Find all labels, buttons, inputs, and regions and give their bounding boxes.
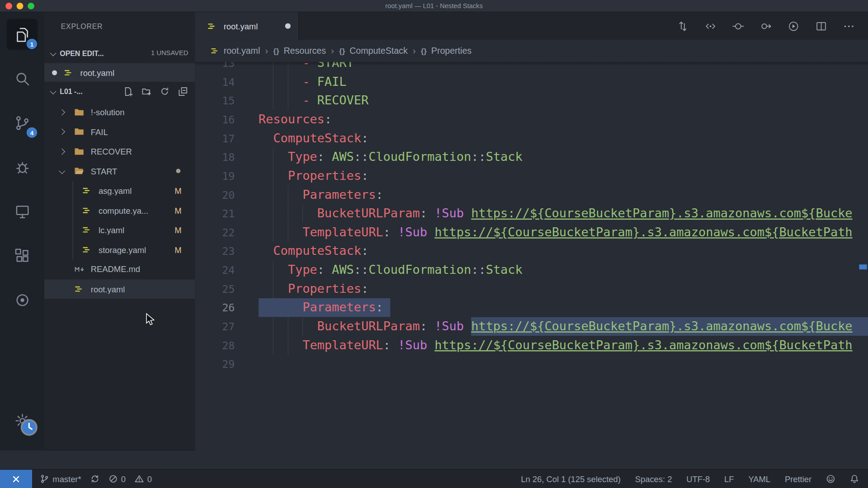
line-number[interactable]: 22 [195, 223, 259, 242]
tab-modified-dot[interactable] [285, 23, 291, 28]
code-line-26[interactable]: 26 Parameters: [195, 298, 868, 317]
code-line-16[interactable]: 16Resources: [195, 110, 868, 129]
line-number[interactable]: 18 [195, 148, 259, 167]
code-line-25[interactable]: 25 Properties: [195, 279, 868, 298]
activity-remote-explorer[interactable] [0, 189, 44, 234]
branch-status[interactable]: master* [40, 474, 81, 483]
folder-item--solution[interactable]: !-solution [44, 103, 195, 122]
code-line-18[interactable]: 18 Type: AWS::CloudFormation::Stack [195, 148, 868, 167]
new-file-button[interactable] [123, 86, 133, 97]
language-status[interactable]: YAML [748, 474, 770, 483]
code-line-23[interactable]: 23 ComputeStack: [195, 242, 868, 261]
cursor-position-status[interactable]: Ln 26, Col 1 (125 selected) [521, 474, 621, 483]
circle-arrow-button[interactable] [756, 17, 775, 36]
line-number[interactable]: 14 [195, 72, 259, 91]
bell-icon [850, 474, 859, 483]
line-number[interactable]: 21 [195, 204, 259, 223]
code-editor[interactable]: 13 - START14 - FAIL15 - RECOVER16Resourc… [195, 62, 868, 450]
line-number[interactable]: 26 [195, 298, 259, 317]
sync-button[interactable] [90, 474, 99, 483]
file-item-readme-md[interactable]: README.md [44, 259, 195, 279]
code-line-15[interactable]: 15 - RECOVER [195, 91, 868, 110]
code-line-21[interactable]: 21 BucketURLParam: !Sub https://${Course… [195, 204, 868, 223]
code-line-28[interactable]: 28 TemplateURL: !Sub https://${CourseBuc… [195, 336, 868, 355]
line-number[interactable]: 16 [195, 110, 259, 129]
formatter-status[interactable]: Prettier [785, 474, 811, 483]
zoom-window-button[interactable] [28, 3, 34, 9]
line-number[interactable]: 17 [195, 129, 259, 148]
minimize-window-button[interactable] [17, 3, 24, 9]
breadcrumbs: root.yaml › {} Resources › {} ComputeSta… [195, 40, 868, 62]
commit-button[interactable] [728, 17, 747, 36]
code-line-27[interactable]: 27 BucketURLParam: !Sub https://${Course… [195, 317, 868, 336]
close-window-button[interactable] [5, 3, 12, 9]
item-label: compute.ya... [99, 206, 148, 215]
line-number[interactable]: 13 [195, 62, 259, 72]
code-line-20[interactable]: 20 Parameters: [195, 185, 868, 204]
activity-manage[interactable] [0, 399, 44, 443]
code-tokens: BucketURLParam: !Sub https://${CourseBuc… [259, 317, 853, 336]
warnings-status[interactable]: 0 [135, 474, 152, 483]
code-line-19[interactable]: 19 Properties: [195, 167, 868, 186]
line-number[interactable]: 20 [195, 185, 259, 204]
refresh-button[interactable] [159, 86, 170, 97]
file-item-compute-ya-[interactable]: compute.ya...M [44, 201, 195, 220]
item-icon [82, 186, 94, 196]
feedback-button[interactable] [826, 474, 835, 483]
line-number[interactable]: 15 [195, 91, 259, 110]
workspace-section-header[interactable]: L01 -... [44, 82, 195, 100]
collapse-all-button[interactable] [177, 86, 188, 97]
remote-indicator[interactable] [0, 470, 32, 488]
breadcrumb-computestack[interactable]: {} ComputeStack [339, 46, 408, 56]
line-number[interactable]: 24 [195, 261, 259, 280]
file-item-asg-yaml[interactable]: asg.yamlM [44, 181, 195, 200]
code-line-24[interactable]: 24 Type: AWS::CloudFormation::Stack [195, 261, 868, 280]
folder-item-fail[interactable]: FAIL [44, 122, 195, 141]
eol-status[interactable]: LF [724, 474, 734, 483]
activity-run-debug[interactable] [0, 145, 44, 189]
debug-icon [14, 159, 31, 176]
line-number[interactable]: 19 [195, 167, 259, 186]
line-number[interactable]: 27 [195, 317, 259, 336]
split-editor-button[interactable] [811, 17, 830, 36]
vscode-window: root.yaml — L01 - Nested Stacks 1 4 [0, 0, 868, 488]
code-navigation-button[interactable] [701, 17, 720, 36]
activity-search[interactable] [0, 56, 44, 101]
indentation-status[interactable]: Spaces: 2 [635, 474, 672, 483]
expand-slot [60, 110, 74, 114]
errors-status[interactable]: 0 [108, 474, 126, 483]
compare-changes-button[interactable] [673, 17, 692, 36]
breadcrumb-file[interactable]: root.yaml [210, 46, 260, 56]
encoding-status[interactable]: UTF-8 [686, 474, 710, 483]
activity-extensions[interactable] [0, 234, 44, 278]
code-line-22[interactable]: 22 TemplateURL: !Sub https://${CourseBuc… [195, 223, 868, 242]
code-line-14[interactable]: 14 - FAIL [195, 72, 868, 91]
line-number[interactable]: 29 [195, 355, 259, 374]
code-line-13[interactable]: 13 - START [195, 62, 868, 72]
tab-root-yaml[interactable]: root.yaml [195, 12, 299, 40]
chevron-right-icon [59, 109, 65, 115]
folder-item-start[interactable]: START [44, 161, 195, 181]
notifications-button[interactable] [850, 474, 859, 483]
line-number[interactable]: 23 [195, 242, 259, 261]
code-line-29[interactable]: 29 [195, 355, 868, 374]
file-item-lc-yaml[interactable]: lc.yamlM [44, 220, 195, 239]
activity-source-control[interactable]: 4 [0, 101, 44, 145]
new-folder-button[interactable] [141, 86, 151, 97]
run-button[interactable] [784, 17, 803, 36]
line-number[interactable]: 28 [195, 336, 259, 355]
file-item-storage-yaml[interactable]: storage.yamlM [44, 240, 195, 259]
activity-explorer[interactable]: 1 [0, 12, 44, 56]
breadcrumb-properties[interactable]: {} Properties [421, 46, 472, 56]
code-line-17[interactable]: 17 ComputeStack: [195, 129, 868, 148]
activity-extra-extension[interactable] [0, 278, 44, 322]
line-content: Type: AWS::CloudFormation::Stack [259, 148, 868, 167]
breadcrumb-resources[interactable]: {} Resources [273, 46, 326, 56]
file-item-root-yaml[interactable]: root.yaml [44, 279, 195, 299]
line-number[interactable]: 25 [195, 279, 259, 298]
open-editors-header[interactable]: OPEN EDIT... 1 UNSAVED [44, 44, 195, 62]
folder-item-recover[interactable]: RECOVER [44, 141, 195, 161]
open-editor-root-yaml[interactable]: root.yaml [44, 63, 195, 82]
outline-section-header[interactable]: OUTLINE [44, 450, 195, 450]
more-actions-button[interactable] [839, 17, 858, 36]
